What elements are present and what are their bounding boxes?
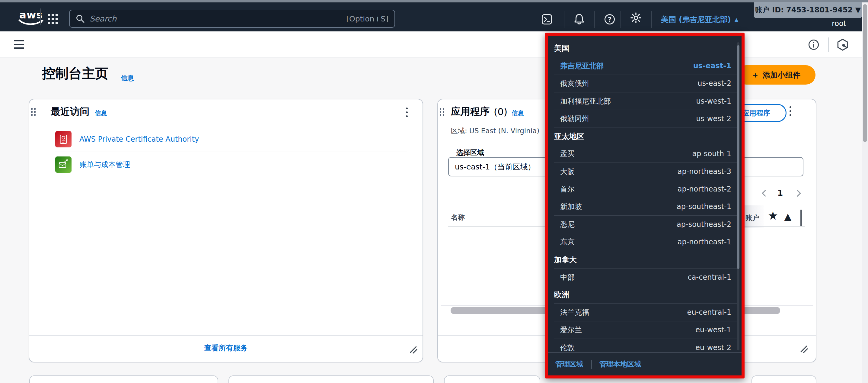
region-name: 新加坡	[554, 202, 582, 211]
region-name: 俄勒冈州	[554, 114, 589, 123]
partial-card	[228, 376, 434, 383]
region-name: 加利福尼亚北部	[554, 96, 611, 106]
drag-handle-icon[interactable]	[31, 108, 36, 116]
region-code: ap-southeast-2	[677, 220, 737, 229]
region-menu-item-us-west-2[interactable]: 俄勒冈州us-west-2	[554, 110, 737, 127]
recent-service-item[interactable]: AWS Private Certificate Authority	[55, 131, 407, 147]
search-icon	[76, 14, 85, 23]
region-code: ca-central-1	[688, 273, 737, 282]
search-input[interactable]: Search [Option+S]	[69, 10, 395, 28]
region-menu-item-ap-southeast-1[interactable]: 新加坡ap-southeast-1	[554, 198, 737, 216]
card-resize-handle[interactable]	[409, 346, 418, 355]
region-name: 悉尼	[554, 219, 575, 229]
star-icon[interactable]: ★	[768, 209, 778, 222]
top-navigation-bar: aws Search [Option+S]	[0, 2, 868, 31]
user-root-label: root	[832, 19, 846, 28]
region-menu-item-ap-southeast-2[interactable]: 悉尼ap-southeast-2	[554, 216, 737, 233]
services-grid-icon[interactable]	[48, 14, 58, 24]
amazon-q-hexagon-icon[interactable]	[836, 38, 849, 53]
manage-local-regions-link[interactable]: 管理本地区域	[599, 359, 641, 369]
region-menu-section-header: 加拿大	[554, 251, 737, 268]
aws-logo[interactable]: aws	[16, 10, 46, 28]
plus-icon: ＋	[751, 70, 759, 80]
recent-service-link[interactable]: 账单与成本管理	[80, 160, 130, 170]
region-selector-label: 美国 (弗吉尼亚北部)	[661, 14, 731, 25]
column-resize-bar[interactable]	[800, 210, 802, 226]
region-select-label: 选择区域	[454, 148, 487, 157]
region-name: 大阪	[554, 167, 575, 176]
region-menu-item-ca-central-1[interactable]: 中部ca-central-1	[554, 268, 737, 286]
region-code: eu-west-2	[695, 344, 737, 352]
pagination-prev-icon[interactable]	[760, 188, 769, 199]
footer-separator	[591, 360, 592, 369]
toolbar-divider	[828, 37, 829, 52]
svg-text:?: ?	[608, 16, 612, 23]
recent-card-menu-icon[interactable]	[406, 108, 408, 117]
region-selector-button[interactable]: 美国 (弗吉尼亚北部) ▲	[661, 14, 739, 25]
region-menu-item-us-east-1[interactable]: 弗吉尼亚北部us-east-1	[554, 57, 737, 75]
column-header-account[interactable]: 账户	[745, 213, 760, 223]
topbar-divider	[621, 11, 621, 28]
cloudshell-icon[interactable]	[541, 13, 553, 27]
region-menu-item-ap-northeast-3[interactable]: 大阪ap-northeast-3	[554, 163, 737, 180]
apps-card-info-link[interactable]: 信息	[512, 109, 524, 117]
region-name: 东京	[554, 237, 575, 247]
region-code: eu-west-1	[695, 326, 737, 334]
region-name: 首尔	[554, 184, 575, 194]
region-menu-item-eu-west-1[interactable]: 爱尔兰eu-west-1	[554, 321, 737, 339]
region-menu-item-us-west-1[interactable]: 加利福尼亚北部us-west-1	[554, 92, 737, 110]
region-select-value: us-east-1（当前区域）	[455, 162, 535, 172]
region-name: 爱尔兰	[554, 325, 582, 335]
info-panel-icon[interactable]	[808, 39, 820, 52]
column-header-name[interactable]: 名称	[451, 213, 465, 222]
view-all-services-link[interactable]: 查看所有服务	[29, 343, 423, 353]
recent-service-item[interactable]: 账单与成本管理	[55, 156, 407, 173]
apps-region-line: 区域: US East (N. Virginia)	[451, 126, 545, 137]
region-menu-item-ap-south-1[interactable]: 孟买ap-south-1	[554, 145, 737, 163]
notifications-bell-icon[interactable]	[573, 13, 586, 27]
region-name: 中部	[554, 272, 575, 282]
region-code: ap-northeast-2	[678, 185, 737, 193]
apps-card-menu-icon[interactable]	[789, 106, 791, 116]
pagination-page-number[interactable]: 1	[777, 188, 783, 198]
sort-up-icon[interactable]: ▲	[784, 211, 792, 222]
region-menu-item-us-east-2[interactable]: 俄亥俄州us-east-2	[554, 75, 737, 92]
hamburger-menu-icon[interactable]	[14, 40, 24, 49]
list-item-divider	[55, 152, 407, 152]
topbar-divider	[651, 11, 652, 28]
aws-smile-icon	[16, 19, 46, 27]
caret-up-icon: ▲	[735, 17, 739, 23]
region-name: 法兰克福	[554, 307, 589, 317]
manage-regions-link[interactable]: 管理区域	[555, 359, 583, 369]
drag-handle-icon[interactable]	[440, 108, 444, 116]
region-code: us-west-1	[696, 97, 737, 106]
region-menu-footer: 管理区域 管理本地区域	[548, 352, 742, 376]
recent-card-info-link[interactable]: 信息	[95, 109, 107, 117]
apps-card-title: 应用程序	[451, 105, 490, 118]
region-name: 弗吉尼亚北部	[554, 61, 603, 71]
account-id-badge[interactable]: 账户 ID: 7453-1801-9452 ▼	[754, 2, 862, 18]
recent-service-link[interactable]: AWS Private Certificate Authority	[80, 135, 199, 144]
region-code: us-west-2	[696, 115, 737, 123]
region-menu-section-header: 美国	[554, 39, 737, 57]
recent-card-title: 最近访问	[51, 105, 89, 118]
region-menu-item-ap-northeast-1[interactable]: 东京ap-northeast-1	[554, 233, 737, 251]
settings-gear-icon[interactable]	[629, 11, 642, 25]
pagination-next-icon[interactable]	[794, 188, 803, 199]
region-menu-item-eu-central-1[interactable]: 法兰克福eu-central-1	[554, 303, 737, 321]
partial-card	[444, 376, 540, 383]
partial-card	[751, 376, 816, 383]
page-scrollbar-thumb[interactable]	[863, 4, 867, 142]
card-resize-handle[interactable]	[800, 345, 808, 355]
add-widget-button[interactable]: ＋ 添加小组件	[736, 65, 815, 85]
region-menu-scrollbar-thumb[interactable]	[737, 45, 739, 269]
region-menu-item-ap-northeast-2[interactable]: 首尔ap-northeast-2	[554, 180, 737, 198]
page-title-info-link[interactable]: 信息	[121, 74, 134, 83]
aws-logo-text: aws	[16, 10, 46, 19]
help-question-icon[interactable]: ?	[603, 13, 616, 27]
region-menu-dropdown: 美国弗吉尼亚北部us-east-1俄亥俄州us-east-2加利福尼亚北部us-…	[545, 33, 745, 379]
region-menu-list: 美国弗吉尼亚北部us-east-1俄亥俄州us-east-2加利福尼亚北部us-…	[548, 36, 742, 356]
partial-card	[29, 376, 218, 383]
topbar-divider	[564, 11, 564, 28]
region-code: ap-northeast-1	[678, 238, 737, 246]
